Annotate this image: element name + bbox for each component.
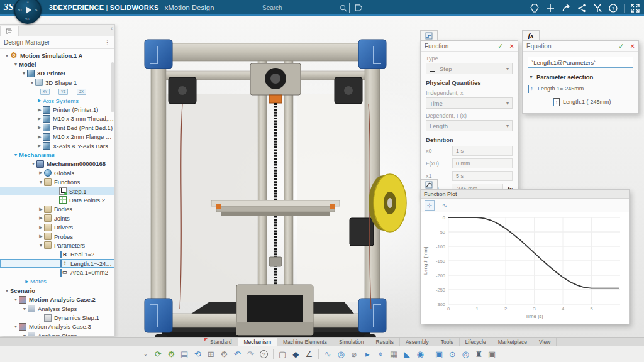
toolbar-expand-chevron[interactable]: ⌄ [143, 351, 148, 357]
save-icon[interactable]: ▤ [178, 348, 191, 361]
tree-item[interactable]: ▼Analysis Steps [0, 304, 114, 313]
field-value-input[interactable]: 0 mm [452, 158, 513, 168]
tree-item[interactable]: ▶X-Axis & Y-Axis Bars (X-Axis & Y-Axis .… [0, 141, 114, 150]
tree-item[interactable]: ▶Printer (Printer.1) [0, 105, 114, 114]
plane-icons-row[interactable]: XYYZZX [0, 87, 114, 96]
function-panel-tab[interactable] [420, 30, 438, 40]
expander-down-icon[interactable]: ▼ [4, 288, 10, 293]
plot-frame-icon[interactable]: ▦ [387, 348, 401, 361]
robot-icon[interactable]: ♜ [472, 348, 486, 361]
ribbon-tab-simulation[interactable]: Simulation [333, 338, 370, 346]
plane-icon-xy[interactable]: XY [40, 89, 50, 95]
expander-right-icon[interactable]: ▶ [38, 170, 44, 175]
select-flag-icon[interactable]: ▸ [361, 348, 374, 361]
sector-icon[interactable]: ◣ [401, 348, 414, 361]
plane-icon-yz[interactable]: YZ [58, 89, 68, 95]
field-value-input[interactable]: 1 s [452, 146, 513, 156]
tree-item[interactable]: ▼3D Shape 1 [0, 78, 114, 87]
ok-button[interactable]: ✓ [497, 42, 503, 50]
settings-icon[interactable]: ⚙ [218, 348, 231, 361]
tree-item[interactable]: ▶Probes [0, 232, 114, 241]
ribbon-tab-lifecycle[interactable]: Lifecycle [460, 338, 492, 346]
cancel-button[interactable]: × [631, 42, 635, 50]
tree-item[interactable]: ▶Axis Systems [0, 96, 114, 105]
ok-button[interactable]: ✓ [618, 42, 624, 50]
fit-view-icon[interactable]: ⊹ [425, 200, 435, 211]
tab-design-manager[interactable] [0, 26, 19, 36]
tree-item[interactable]: ▼Model [0, 60, 114, 69]
equation-input[interactable]: `Length.1@Parameters` [528, 57, 633, 68]
expander-down-icon[interactable]: ▼ [21, 334, 28, 336]
result-frame-icon[interactable]: ▣ [486, 348, 499, 361]
search-input[interactable] [258, 3, 350, 13]
update-icon[interactable]: ⟳ [152, 348, 165, 361]
tree-item[interactable]: ▶Mates [0, 277, 114, 286]
plane-icon-zx[interactable]: ZX [77, 89, 86, 95]
expander-down-icon[interactable]: ▼ [13, 62, 19, 67]
orbit-gear-icon[interactable]: ◉ [414, 348, 427, 361]
case-eye-icon[interactable]: ◎ [459, 348, 472, 361]
tree-item[interactable]: ▼Motion Analysis Case.3 [0, 322, 114, 331]
expander-down-icon[interactable]: ▼ [29, 80, 35, 85]
expander-right-icon[interactable]: ▶ [38, 207, 44, 212]
tree-item[interactable]: ▼Scenario [0, 286, 114, 295]
expander-right-icon[interactable]: ▶ [36, 125, 43, 130]
tree-item[interactable]: RReal.1=2 [0, 250, 114, 259]
parameter-item[interactable]: ↕Length.1=-245mm [523, 84, 638, 94]
expander-right-icon[interactable]: ▶ [36, 116, 43, 121]
tag-icon[interactable] [353, 4, 362, 12]
tree-item[interactable]: ▼Parameters [0, 241, 114, 250]
edit-plot-icon[interactable]: ∿ [440, 200, 450, 211]
undo-icon[interactable]: ↶ [231, 348, 244, 361]
expander-right-icon[interactable]: ▶ [36, 107, 43, 112]
expander-down-icon[interactable]: ▼ [38, 180, 44, 184]
fullscreen-icon[interactable] [630, 3, 640, 13]
type-dropdown[interactable]: Step ▾ [426, 63, 513, 74]
case-clock-icon[interactable]: ⊙ [446, 348, 459, 361]
probe-icon[interactable]: ⌖ [374, 348, 387, 361]
refresh-icon[interactable]: ⟲ [191, 348, 204, 361]
tree-item[interactable]: ▶M10 x 3 mm Thread, 600 mm Long, ... [0, 114, 114, 123]
swym-icon[interactable] [592, 3, 602, 13]
arrange-windows-icon[interactable]: ⊞ [204, 348, 218, 361]
expander-down-icon[interactable]: ▼ [13, 297, 19, 302]
share-arrow-icon[interactable] [561, 3, 571, 13]
expander-right-icon[interactable]: ▶ [36, 134, 43, 140]
curve-trace-icon[interactable]: ∿ [321, 348, 335, 361]
expander-right-icon[interactable]: ▶ [38, 216, 44, 221]
ribbon-tab-machine-elements[interactable]: Machine Elements [277, 338, 333, 346]
ribbon-tab-view[interactable]: View [533, 338, 557, 346]
expander-down-icon[interactable]: ▼ [13, 153, 19, 157]
axis-system-icon[interactable]: ∠ [303, 348, 316, 361]
help-icon[interactable]: ? [608, 3, 618, 13]
tree-item[interactable]: ▶Print Bed (Print Bed.1) [0, 123, 114, 132]
ribbon-tab-marketplace[interactable]: Marketplace [492, 338, 533, 346]
motion-case-icon[interactable]: ▣ [433, 348, 446, 361]
shaded-cube-icon[interactable]: ◆ [289, 348, 303, 361]
expander-right-icon[interactable]: ▶ [38, 225, 44, 230]
ribbon-tab-results[interactable]: Results [370, 338, 400, 346]
expander-down-icon[interactable]: ▼ [21, 71, 27, 75]
expander-right-icon[interactable]: ▶ [36, 98, 43, 103]
expander-down-icon[interactable]: ▼ [21, 307, 28, 311]
cancel-button[interactable]: × [510, 42, 514, 50]
panel-collapse-icon[interactable]: ‹ [111, 25, 113, 31]
tree-item[interactable]: ▭Area.1=0mm2 [0, 268, 114, 277]
tree-item[interactable]: ▼Motion Analysis Case.2 [0, 295, 114, 304]
tree-item[interactable]: Step.1 [0, 187, 114, 195]
section-box-icon[interactable]: ▢ [276, 348, 289, 361]
help-icon[interactable]: ? [257, 348, 270, 361]
ribbon-tab-assembly[interactable]: Assembly [400, 338, 435, 346]
parameter-item[interactable]: ↕Length.1 (-245mm) [523, 97, 638, 107]
tree-item[interactable]: Dynamics Step.1 [0, 313, 114, 322]
ribbon-tab-tools[interactable]: Tools [435, 338, 460, 346]
kebab-menu-icon[interactable]: ⋮ [104, 38, 111, 47]
measure-icon[interactable]: ⌀ [348, 348, 361, 361]
tree-item[interactable]: ▶M10 x 2mm Flange Nut (M10 x 2mm ... [0, 133, 114, 141]
tree-item[interactable]: ▼3D Printer [0, 69, 114, 78]
expander-right-icon[interactable]: ▶ [36, 143, 43, 148]
tree-item[interactable]: ▶Globals [0, 168, 114, 177]
expander-down-icon[interactable]: ▼ [13, 324, 19, 329]
redo-icon[interactable]: ↷ [244, 348, 257, 361]
equation-panel-tab[interactable]: fx [522, 30, 540, 40]
